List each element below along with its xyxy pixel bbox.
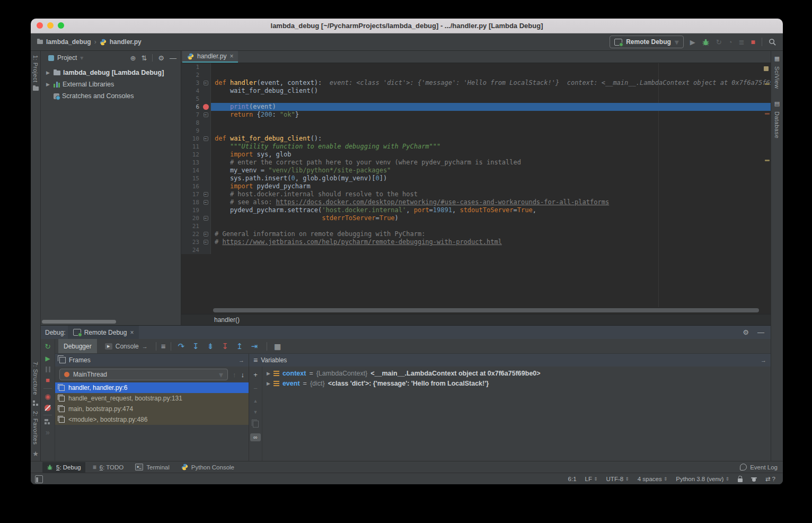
gutter[interactable] (201, 87, 211, 95)
code-line[interactable]: 22−# General information on remote debug… (181, 230, 771, 238)
previous-frame-button[interactable]: ↑ (233, 371, 236, 379)
gutter[interactable] (201, 143, 211, 151)
code-text[interactable]: # host.docker.internal should resolve to… (211, 190, 771, 198)
tab-handler-py[interactable]: handler.py × (182, 51, 238, 63)
line-number[interactable]: 11 (181, 143, 201, 151)
next-frame-button[interactable]: ↓ (241, 371, 245, 379)
line-number[interactable]: 7 (181, 111, 201, 119)
fold-marker-icon[interactable]: − (204, 216, 208, 221)
line-number[interactable]: 3 (181, 79, 201, 87)
line-number[interactable]: 15 (181, 175, 201, 182)
mute-breakpoints-button[interactable] (45, 405, 51, 411)
hide-panel-button[interactable]: — (757, 328, 764, 336)
gutter[interactable]: − (201, 198, 211, 206)
toolwindow-tab-python-console[interactable]: Python Console (177, 462, 239, 473)
frame-row[interactable]: handler, handler.py:6 (55, 382, 249, 393)
toolwindow-tab-todo[interactable]: ≡ 6: TODO (89, 462, 128, 473)
coverage-button[interactable]: ↻ (716, 38, 722, 46)
code-line[interactable]: 12 import sys, glob (181, 151, 771, 159)
gutter[interactable]: − (201, 111, 211, 119)
gutter[interactable] (201, 119, 211, 127)
step-out-button[interactable]: ↥ (236, 342, 243, 351)
debug-session-tab[interactable]: Remote Debug × (68, 326, 139, 339)
fold-marker-icon[interactable]: − (204, 192, 208, 197)
code-text[interactable]: def wait_for_debug_client(): (211, 135, 771, 143)
close-tab-icon[interactable]: × (230, 53, 233, 60)
restore-frame-icon[interactable]: → (239, 357, 244, 363)
code-line[interactable]: 9 (181, 127, 771, 135)
run-to-cursor-button[interactable]: ⇥ (251, 342, 258, 351)
settings-gear-icon[interactable]: ⚙ (158, 54, 164, 62)
code-line[interactable]: 2 (181, 71, 771, 79)
gutter[interactable] (201, 246, 211, 254)
frame-row[interactable]: <module>, bootstrap.py:486 (55, 414, 249, 425)
code-line[interactable]: 15 sys.path.insert(0, glob.glob(my_venv)… (181, 175, 771, 182)
fold-marker-icon[interactable]: − (204, 136, 208, 141)
line-number[interactable]: 19 (181, 206, 201, 214)
rerun-button[interactable]: ↻ (45, 342, 51, 351)
gutter[interactable] (201, 206, 211, 214)
code-line[interactable]: 19 pydevd_pycharm.settrace('host.docker.… (181, 206, 771, 214)
thread-select[interactable]: MainThread ▾ (59, 369, 228, 380)
tree-item-project-root[interactable]: ▶ lambda_debug [Lambda Debug] (41, 67, 181, 79)
code-text[interactable]: # enter the correct path here to your ve… (211, 159, 771, 167)
code-text[interactable] (211, 246, 771, 254)
duplicate-watch-button[interactable] (253, 421, 259, 428)
line-number[interactable]: 13 (181, 159, 201, 167)
code-text[interactable] (211, 95, 771, 103)
gutter[interactable] (201, 71, 211, 79)
code-text[interactable]: wait_for_debug_client() (211, 87, 771, 95)
chevron-down-icon[interactable]: ▾ (80, 54, 83, 62)
zoom-window-button[interactable] (58, 22, 64, 29)
code-line[interactable]: 8 (181, 119, 771, 127)
fold-marker-icon[interactable]: − (204, 200, 208, 205)
locate-file-button[interactable]: ⊕ (130, 54, 136, 62)
line-number[interactable]: 24 (181, 246, 201, 254)
code-text[interactable]: # General information on remote debuggin… (211, 230, 771, 238)
code-line[interactable]: 23−# https://www.jetbrains.com/help/pych… (181, 238, 771, 246)
code-line[interactable]: 16 import pydevd_pycharm (181, 182, 771, 190)
breadcrumb-project[interactable]: lambda_debug (46, 38, 91, 46)
code-text[interactable] (211, 63, 771, 71)
gutter[interactable] (201, 222, 211, 230)
caret-position[interactable]: 6:1 (568, 476, 577, 482)
remove-watch-button[interactable]: − (253, 385, 258, 393)
gutter[interactable] (201, 151, 211, 159)
restore-layout-button[interactable] (45, 419, 51, 424)
toolwindow-toggle-icon[interactable] (35, 475, 43, 483)
sidebar-item-project[interactable]: 1: Project (32, 55, 39, 82)
breakpoint-icon[interactable] (203, 104, 209, 110)
hide-panel-button[interactable]: — (170, 54, 176, 62)
show-watches-toggle[interactable]: ∞ (250, 433, 261, 441)
line-number[interactable]: 10 (181, 135, 201, 143)
settings-gear-icon[interactable]: ⚙ (743, 328, 749, 336)
line-number[interactable]: 8 (181, 119, 201, 127)
collapse-all-button[interactable]: ⇅ (141, 54, 147, 62)
view-breakpoints-button[interactable]: ◉ (45, 393, 50, 401)
code-text[interactable] (211, 119, 771, 127)
line-number[interactable]: 2 (181, 71, 201, 79)
variables-menu-icon[interactable]: ≡ (253, 356, 258, 364)
code-line[interactable]: 5 (181, 95, 771, 103)
tab-debugger[interactable]: Debugger (58, 339, 97, 353)
step-over-button[interactable]: ↷ (178, 342, 185, 351)
sidebar-item-favorites[interactable]: 2: Favorites (32, 411, 39, 444)
code-line[interactable]: 6 print(event) (181, 103, 771, 111)
pause-button[interactable] (46, 367, 50, 372)
gutter[interactable] (201, 182, 211, 190)
stop-debug-button[interactable]: ■ (46, 376, 50, 385)
line-number[interactable]: 17 (181, 190, 201, 198)
evaluate-expression-button[interactable]: ▦ (274, 342, 281, 351)
error-stripe-mark[interactable] (765, 160, 770, 161)
minimize-window-button[interactable] (47, 22, 54, 29)
code-text[interactable]: import sys, glob (211, 151, 771, 159)
layout-settings-icon[interactable]: ≡ (159, 342, 168, 351)
gutter[interactable] (201, 167, 211, 175)
code-line[interactable]: 3−def handler(event, context): event: <c… (181, 79, 771, 87)
run-button[interactable]: ▶ (690, 38, 695, 46)
expand-arrow-icon[interactable]: ▶ (46, 70, 51, 75)
tree-item-scratches[interactable]: Scratches and Consoles (41, 90, 181, 102)
readonly-lock-icon[interactable] (738, 478, 743, 482)
indent-widget[interactable]: 4 spaces⇕ (638, 476, 668, 482)
code-line[interactable]: 13 # enter the correct path here to your… (181, 159, 771, 167)
